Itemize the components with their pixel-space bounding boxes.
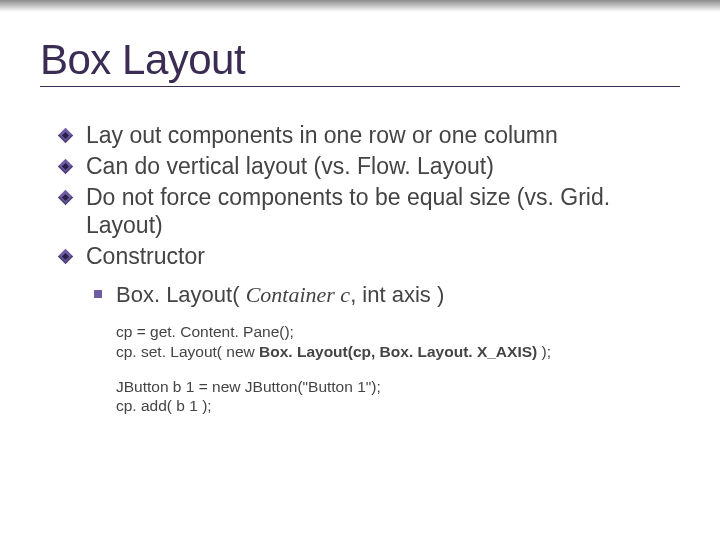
code-line: cp. add( b 1 ); (116, 396, 680, 415)
bullet-text: Can do vertical layout (vs. Flow. Layout… (86, 153, 494, 179)
slide: Box Layout Lay out components in one row… (0, 0, 720, 540)
code-line-part: cp. set. Layout( new (116, 343, 259, 360)
code-line-bold: Box. Layout(cp, Box. Layout. X_AXIS) (259, 343, 537, 360)
bullet-text: Do not force components to be equal size… (86, 184, 610, 239)
code-line: cp. set. Layout( new Box. Layout(cp, Box… (116, 342, 680, 361)
bullet-item: Lay out components in one row or one col… (86, 121, 680, 150)
code-line: cp = get. Content. Pane(); (116, 322, 680, 341)
bullet-list: Lay out components in one row or one col… (86, 121, 680, 416)
sub-bullet-text-prefix: Box. Layout( (116, 282, 246, 307)
code-line-part: ); (537, 343, 551, 360)
code-block-2: JButton b 1 = new JButton("Button 1"); c… (116, 377, 680, 416)
title-underline (40, 86, 680, 87)
sub-bullet-list: Box. Layout( Container c, int axis ) (116, 281, 680, 309)
code-block-1: cp = get. Content. Pane(); cp. set. Layo… (116, 322, 680, 361)
bullet-item: Constructor Box. Layout( Container c, in… (86, 242, 680, 416)
sub-bullet-item: Box. Layout( Container c, int axis ) (116, 281, 680, 309)
sub-bullet-text-italic: Container c (246, 282, 351, 307)
sub-bullet-text-suffix: , int axis ) (350, 282, 444, 307)
bullet-item: Do not force components to be equal size… (86, 183, 680, 241)
top-shadow (0, 0, 720, 12)
bullet-text: Lay out components in one row or one col… (86, 122, 558, 148)
slide-body: Lay out components in one row or one col… (40, 121, 680, 416)
code-line: JButton b 1 = new JButton("Button 1"); (116, 377, 680, 396)
bullet-text: Constructor (86, 243, 205, 269)
slide-title: Box Layout (40, 36, 680, 84)
bullet-item: Can do vertical layout (vs. Flow. Layout… (86, 152, 680, 181)
